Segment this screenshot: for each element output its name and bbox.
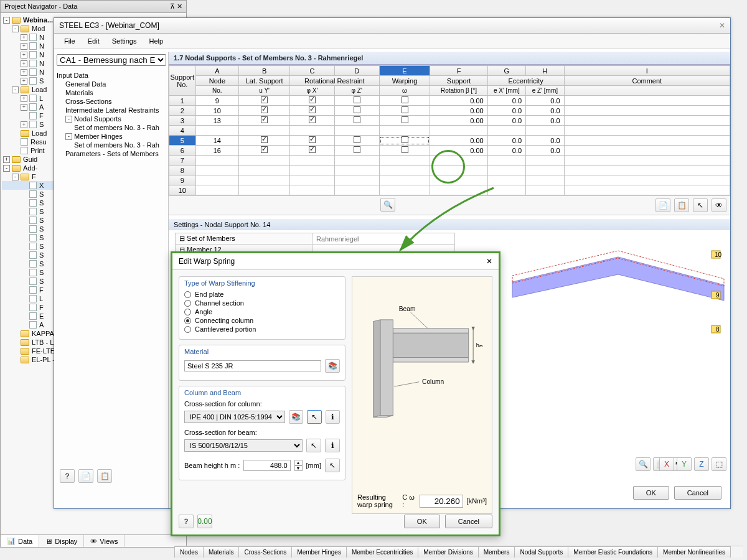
column-section-select[interactable]: IPE 400 | DIN 1025-5:1994 bbox=[184, 411, 285, 423]
tb-icon[interactable]: 📋 bbox=[97, 469, 112, 483]
expand-icon[interactable]: + bbox=[21, 104, 27, 111]
material-input[interactable] bbox=[184, 360, 321, 371]
tb-icon-1[interactable]: 📄 bbox=[655, 198, 670, 212]
checkbox[interactable] bbox=[402, 106, 408, 113]
cancel-button[interactable]: Cancel bbox=[674, 486, 721, 500]
expand-icon[interactable]: + bbox=[21, 121, 27, 128]
close-icon[interactable]: ✕ bbox=[719, 21, 725, 30]
tree-item[interactable]: General Data bbox=[55, 80, 167, 88]
preview-3d[interactable]: 10 9 8 bbox=[506, 232, 730, 475]
table-row[interactable]: 3130.000.00.0 bbox=[169, 116, 730, 126]
table-row[interactable]: 8 bbox=[169, 166, 730, 175]
expand-icon[interactable]: + bbox=[21, 34, 27, 41]
expand-icon[interactable]: + bbox=[21, 52, 27, 58]
view-3d-icon[interactable]: ⬚ bbox=[712, 457, 726, 471]
pick-icon[interactable]: ↖ bbox=[693, 198, 708, 212]
table-row[interactable]: 2100.000.00.0 bbox=[169, 106, 730, 116]
tab-cross-sections[interactable]: Cross-Sections bbox=[238, 546, 292, 558]
case-dropdown[interactable]: CA1 - Bemessung nach Eurocod bbox=[57, 54, 166, 66]
checkbox[interactable] bbox=[309, 136, 316, 143]
expand-icon[interactable]: + bbox=[21, 43, 27, 50]
pick-icon[interactable]: ↖ bbox=[325, 459, 340, 472]
expand-icon[interactable]: + bbox=[21, 95, 27, 102]
close-icon[interactable]: ✕ bbox=[486, 257, 492, 266]
expand-icon[interactable]: - bbox=[12, 26, 19, 32]
view-x-icon[interactable]: X bbox=[659, 457, 674, 471]
expand-icon[interactable]: + bbox=[21, 60, 27, 67]
tab-member-divisions[interactable]: Member Divisions bbox=[418, 546, 478, 558]
expand-icon[interactable]: + bbox=[21, 69, 27, 76]
pin-icon[interactable]: ⊼ bbox=[170, 2, 175, 10]
table-row[interactable]: 10 bbox=[169, 185, 730, 195]
tree-item[interactable]: Intermediate Lateral Restraints bbox=[55, 106, 167, 114]
beam-height-input[interactable] bbox=[243, 460, 290, 471]
spin-up-icon[interactable]: ▲ bbox=[294, 460, 303, 465]
tab-member-eccentricities[interactable]: Member Eccentricities bbox=[346, 546, 418, 558]
checkbox[interactable] bbox=[402, 96, 408, 103]
edit-details-button[interactable]: 🔍 bbox=[380, 198, 395, 212]
checkbox[interactable] bbox=[261, 106, 268, 113]
eye-icon[interactable]: 👁 bbox=[712, 198, 726, 212]
radio-channel-section[interactable]: Channel section bbox=[184, 299, 340, 307]
table-row[interactable]: 6160.000.00.0 bbox=[169, 146, 730, 156]
help-icon[interactable]: ？ bbox=[179, 515, 194, 528]
tree-item[interactable]: Set of members No. 3 - Rah bbox=[55, 123, 167, 132]
table-row[interactable]: 7 bbox=[169, 156, 730, 166]
beam-section-select[interactable]: IS 500/150/8/12/15 bbox=[184, 439, 303, 452]
tab-nodal-supports[interactable]: Nodal Supports bbox=[514, 546, 568, 558]
checkbox[interactable] bbox=[354, 96, 360, 103]
checkbox[interactable] bbox=[309, 146, 316, 153]
checkbox[interactable] bbox=[402, 136, 408, 143]
tree-item[interactable]: -Member Hinges bbox=[55, 132, 167, 141]
expand-icon[interactable]: + bbox=[21, 78, 27, 85]
nodal-supports-grid[interactable]: SupportNo.ABCDEFGHINodeLat. SupportRotat… bbox=[169, 65, 730, 195]
table-row[interactable]: 5140.000.00.0 bbox=[169, 136, 730, 146]
tree-item[interactable]: Materials bbox=[55, 88, 167, 97]
expand-icon[interactable]: + bbox=[3, 156, 10, 163]
checkbox[interactable] bbox=[402, 116, 408, 123]
checkbox[interactable] bbox=[309, 96, 316, 103]
zoom-icon[interactable]: 🔍 bbox=[636, 457, 651, 471]
tab-members[interactable]: Members bbox=[478, 546, 515, 558]
help-icon[interactable]: ？ bbox=[60, 469, 75, 483]
spin-down-icon[interactable]: ▼ bbox=[294, 465, 303, 471]
checkbox[interactable] bbox=[354, 106, 360, 113]
pick-icon[interactable]: ↖ bbox=[307, 410, 321, 424]
tab-member-hinges[interactable]: Member Hinges bbox=[291, 546, 347, 558]
expand-icon[interactable]: - bbox=[65, 116, 72, 123]
checkbox[interactable] bbox=[261, 116, 268, 123]
expand-icon[interactable]: - bbox=[12, 174, 19, 180]
info-icon[interactable]: ℹ bbox=[326, 410, 340, 424]
expand-icon[interactable]: - bbox=[3, 165, 10, 172]
ok-button[interactable]: OK bbox=[404, 515, 440, 528]
tab-member-nonlinearities[interactable]: Member Nonlinearities bbox=[657, 546, 731, 558]
checkbox[interactable] bbox=[354, 146, 360, 153]
ok-button[interactable]: OK bbox=[633, 486, 669, 500]
tree-item[interactable]: Cross-Sections bbox=[55, 97, 167, 106]
expand-icon[interactable]: - bbox=[3, 17, 10, 24]
table-row[interactable]: 190.000.00.0 bbox=[169, 96, 730, 106]
menu-file[interactable]: File bbox=[59, 36, 80, 46]
checkbox[interactable] bbox=[261, 136, 268, 143]
checkbox[interactable] bbox=[354, 116, 360, 123]
table-row[interactable]: 9 bbox=[169, 175, 730, 185]
radio-end-plate[interactable]: End plate bbox=[184, 291, 340, 298]
view-y-icon[interactable]: Y bbox=[677, 457, 692, 471]
expand-icon[interactable]: - bbox=[65, 133, 72, 140]
library-icon[interactable]: 📚 bbox=[289, 410, 303, 424]
input-data-tree[interactable]: Input DataGeneral DataMaterialsCross-Sec… bbox=[54, 68, 168, 161]
menu-edit[interactable]: Edit bbox=[83, 36, 105, 46]
menu-help[interactable]: Help bbox=[144, 36, 168, 46]
tb-icon[interactable]: 📄 bbox=[78, 469, 93, 483]
library-icon[interactable]: 📚 bbox=[325, 359, 340, 373]
cancel-button[interactable]: Cancel bbox=[445, 515, 492, 528]
table-row[interactable]: 4 bbox=[169, 126, 730, 136]
tab-member-elastic-foundations[interactable]: Member Elastic Foundations bbox=[568, 546, 658, 558]
tree-item[interactable]: Input Data bbox=[55, 71, 167, 80]
menu-settings[interactable]: Settings bbox=[107, 36, 142, 46]
tab-display[interactable]: 🖥 Display bbox=[39, 535, 84, 547]
view-z-icon[interactable]: Z bbox=[694, 457, 709, 471]
tab-nodes[interactable]: Nodes bbox=[174, 546, 204, 558]
tab-materials[interactable]: Materials bbox=[203, 546, 240, 558]
tab-data[interactable]: 📊 Data bbox=[1, 535, 39, 547]
